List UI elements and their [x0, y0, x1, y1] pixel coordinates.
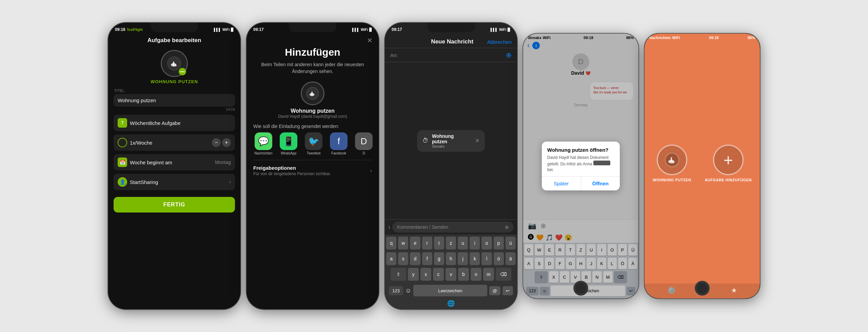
key-v[interactable]: v: [446, 268, 456, 281]
p5-screen: Nachrichten WiFi 09:18 88%: [645, 34, 760, 298]
p3-attachment: ⏱ Wohnung putzen Streaks ✕: [417, 130, 485, 152]
phone4-home-button[interactable]: [573, 281, 588, 296]
p4-open-button[interactable]: Öffnen: [581, 177, 620, 190]
p1-share-row[interactable]: 👤 StartSharing ›: [114, 174, 235, 190]
key-z[interactable]: z: [446, 237, 456, 250]
p2-task-sub: David Haydl (david.haydl@gmail.com): [278, 114, 347, 119]
p5-settings-icon[interactable]: ⚙️: [667, 286, 676, 294]
p3-expand-icon[interactable]: ›: [388, 224, 390, 231]
p1-step-plus[interactable]: +: [222, 138, 231, 147]
key-ae[interactable]: ä: [506, 252, 516, 265]
kb-at-key[interactable]: @: [489, 286, 500, 295]
p2-options-left: Freigabeoptionen Für von dir eingeladene…: [253, 165, 331, 176]
p5-task-wohnung[interactable]: WOHNUNG PUTZEN: [653, 145, 691, 182]
p1-stepper[interactable]: − +: [212, 138, 231, 147]
kb-globe-icon[interactable]: 🌐: [447, 300, 455, 307]
key-shift[interactable]: ⇧: [391, 268, 406, 281]
p3-nav-title: Neue Nachricht: [431, 38, 473, 45]
p1-fertig-button[interactable]: FERTIG: [114, 197, 235, 213]
key-delete[interactable]: ⌫: [496, 268, 511, 281]
p5-task-add-icon: +: [713, 145, 744, 175]
key-t[interactable]: t: [434, 237, 444, 250]
p1-weekstart-value: Montag: [215, 160, 231, 165]
p3-msg-placeholder: Kommentieren / Senden: [397, 224, 448, 230]
p4-dialog-title: Wohnung putzen öffnen?: [547, 147, 614, 153]
p4-dialog-redacted: [593, 161, 610, 165]
p3-att-close-icon[interactable]: ✕: [475, 137, 479, 144]
p1-header: Aufgabe bearbeiten: [108, 34, 240, 48]
p2-close-button[interactable]: ✕: [367, 36, 373, 44]
key-h[interactable]: h: [446, 252, 456, 265]
kb-num-key[interactable]: 123: [389, 286, 403, 295]
p1-row-frequency[interactable]: 1x/Woche − +: [114, 134, 235, 151]
key-ue[interactable]: ü: [506, 237, 516, 250]
key-oe[interactable]: ö: [494, 252, 504, 265]
phone1-status-icons: ▌▌▌ WiFi ▉: [214, 28, 234, 32]
phone5-home-button[interactable]: [695, 281, 710, 296]
home-button-inner: [575, 282, 587, 294]
p5-vacuum-svg: [665, 152, 679, 167]
key-e[interactable]: e: [410, 237, 420, 250]
kb-return-key[interactable]: ↩: [502, 286, 513, 295]
phone3: 09:17 ▌▌▌ WiFi ▉ Neue Nachricht Abbreche…: [385, 23, 517, 309]
p1-icon-badge[interactable]: •••: [179, 68, 186, 75]
p1-task-icon[interactable]: •••: [161, 50, 188, 77]
p1-rows-section: 7 Wöchentliche Aufgabe 1x/Woche − +: [114, 115, 235, 170]
key-p[interactable]: p: [494, 237, 504, 250]
p3-cancel-button[interactable]: Abbrechen: [487, 39, 512, 45]
phone4: Streaks WiFi 09:18 88% ‹ i D David: [523, 34, 638, 298]
key-o[interactable]: o: [481, 237, 492, 250]
p3-to-plus-icon[interactable]: ⊕: [506, 51, 512, 59]
p2-app-whatsapp[interactable]: 📱 WhatsApp: [278, 132, 299, 155]
kb-emoji-key[interactable]: ☺: [405, 287, 411, 294]
key-a[interactable]: a: [386, 252, 396, 265]
key-c[interactable]: c: [433, 268, 444, 281]
kb-space-key[interactable]: Leerzeichen: [413, 285, 487, 296]
p2-app-tweetbot[interactable]: 🐦 Tweetbot: [303, 132, 324, 155]
p5-star-icon[interactable]: ★: [731, 286, 737, 294]
p1-row-weekstart[interactable]: 📅 Woche beginnt am Montag: [114, 154, 235, 170]
p5-task-add[interactable]: + AUFGABE HINZUFÜGEN: [705, 145, 752, 182]
p1-weekly-label: Wöchentliche Aufgabe: [130, 120, 180, 126]
p5-app-name: Nachrichten: [649, 36, 671, 43]
key-f[interactable]: f: [422, 252, 432, 265]
key-n[interactable]: n: [471, 268, 481, 281]
wifi-icon: WiFi: [361, 28, 368, 32]
kb-globe-row: 🌐: [386, 298, 516, 309]
p1-row-freq-left: 1x/Woche: [118, 138, 152, 147]
p3-message-input[interactable]: Kommentieren / Senden ⊕: [392, 222, 514, 233]
p1-step-minus[interactable]: −: [212, 138, 221, 147]
p1-title-field[interactable]: Wohnung putzen: [114, 94, 235, 107]
key-w[interactable]: w: [398, 237, 408, 250]
key-i[interactable]: i: [470, 237, 480, 250]
key-m[interactable]: m: [483, 268, 494, 281]
p1-avatar: 👤: [118, 177, 127, 187]
p2-screen: 09:17 ▌▌▌ WiFi ▉ ✕ Hinzufügen Beim Teile…: [246, 23, 379, 309]
phone3-screen: 09:17 ▌▌▌ WiFi ▉ Neue Nachricht Abbreche…: [385, 23, 517, 309]
p2-app-nachrichten[interactable]: 💬 Nachrichten: [253, 132, 274, 155]
key-u[interactable]: u: [458, 237, 468, 250]
key-b[interactable]: b: [458, 268, 469, 281]
key-j[interactable]: j: [458, 252, 468, 265]
key-q[interactable]: q: [386, 237, 396, 250]
key-d[interactable]: d: [410, 252, 420, 265]
key-g[interactable]: g: [434, 252, 444, 265]
phone1-testflight: TestFlight: [127, 28, 143, 32]
p2-options-row[interactable]: Freigabeoptionen Für von dir eingeladene…: [246, 160, 379, 181]
key-k[interactable]: k: [470, 252, 480, 265]
phone3-notch: [427, 23, 475, 32]
signal-icon: ▌▌▌: [352, 28, 359, 32]
p4-dialog-actions: Später Öffnen: [542, 176, 620, 190]
key-l[interactable]: l: [481, 252, 492, 265]
key-s[interactable]: s: [398, 252, 408, 265]
p1-row-weekly[interactable]: 7 Wöchentliche Aufgabe: [114, 115, 235, 131]
p4-later-button[interactable]: Später: [542, 177, 581, 190]
p2-app-facebook[interactable]: f Facebook: [329, 132, 349, 155]
key-y[interactable]: y: [408, 268, 419, 281]
p4-dialog-overlay: Wohnung putzen öffnen? David Haydl hat d…: [523, 34, 638, 298]
p3-att-sub: Streaks: [432, 144, 469, 148]
key-x[interactable]: x: [420, 268, 431, 281]
p2-app-d[interactable]: D D: [354, 132, 374, 155]
key-r[interactable]: r: [422, 237, 432, 250]
svg-rect-6: [311, 92, 313, 95]
